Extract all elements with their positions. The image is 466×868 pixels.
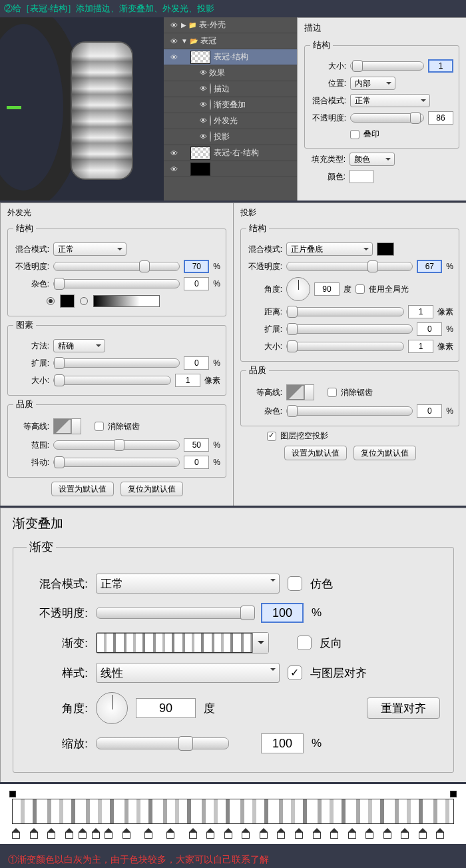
spread-input[interactable]	[417, 322, 442, 336]
angle-input[interactable]	[314, 282, 340, 296]
reset-align-button[interactable]: 重置对齐	[367, 697, 440, 719]
blend-select[interactable]: 正常	[350, 94, 430, 107]
overprint-checkbox[interactable]	[350, 130, 359, 139]
color-stop[interactable]	[330, 824, 338, 833]
color-stop[interactable]	[313, 824, 321, 833]
layer-row[interactable]: 表冠-右-结构	[164, 145, 297, 161]
blend-select[interactable]: 正片叠底	[286, 242, 373, 256]
blend-select[interactable]: 正常	[96, 574, 280, 594]
noise-input[interactable]	[417, 404, 442, 418]
visibility-icon[interactable]	[200, 100, 207, 109]
color-stop[interactable]	[383, 824, 391, 833]
fx-item[interactable]: 外发光	[164, 113, 297, 129]
dither-checkbox[interactable]	[288, 576, 302, 591]
blend-select[interactable]: 正常	[53, 242, 126, 256]
glow-gradient[interactable]	[93, 295, 160, 307]
visibility-icon[interactable]	[166, 149, 181, 158]
layer-row[interactable]: ▶ 📁表-外壳	[164, 17, 297, 33]
color-stop[interactable]	[295, 824, 303, 833]
size-input[interactable]	[428, 59, 453, 73]
spread-input[interactable]	[184, 356, 209, 370]
filltype-select[interactable]: 颜色	[350, 153, 395, 166]
color-stop[interactable]	[401, 824, 409, 833]
distance-input[interactable]	[408, 305, 433, 318]
scale-slider[interactable]	[96, 737, 229, 749]
set-default-button[interactable]: 设置为默认值	[51, 482, 114, 496]
color-stop[interactable]	[166, 824, 174, 833]
opacity-stop[interactable]	[450, 791, 457, 797]
size-slider[interactable]	[53, 376, 171, 385]
opacity-slider[interactable]	[286, 262, 413, 271]
noise-slider[interactable]	[53, 279, 180, 288]
color-stop[interactable]	[365, 824, 373, 833]
visibility-icon[interactable]	[200, 68, 207, 77]
global-light-checkbox[interactable]	[355, 284, 365, 294]
visibility-icon[interactable]	[200, 84, 207, 93]
color-stop[interactable]	[189, 824, 197, 833]
set-default-button[interactable]: 设置为默认值	[284, 446, 347, 460]
color-radio[interactable]	[47, 297, 55, 305]
reset-default-button[interactable]: 复位为默认值	[353, 446, 416, 460]
visibility-icon[interactable]	[166, 21, 181, 30]
reset-default-button[interactable]: 复位为默认值	[120, 482, 183, 496]
opacity-input[interactable]	[261, 603, 304, 623]
visibility-icon[interactable]	[166, 37, 181, 46]
noise-input[interactable]	[184, 277, 209, 290]
fx-row[interactable]: 效果	[164, 65, 297, 81]
opacity-stop[interactable]	[9, 791, 16, 797]
color-stop[interactable]	[206, 824, 214, 833]
gradient-radio[interactable]	[80, 297, 88, 305]
opacity-input[interactable]	[428, 111, 453, 125]
gradient-bar[interactable]	[12, 799, 454, 824]
size-slider[interactable]	[286, 342, 404, 351]
jitter-slider[interactable]	[53, 458, 180, 467]
fx-item[interactable]: 渐变叠加	[164, 97, 297, 113]
angle-input[interactable]	[136, 698, 196, 718]
color-stop[interactable]	[277, 824, 285, 833]
reverse-checkbox[interactable]	[297, 636, 312, 650]
spread-slider[interactable]	[53, 358, 180, 368]
glow-color-swatch[interactable]	[60, 294, 75, 308]
color-stop[interactable]	[348, 824, 356, 833]
fx-item[interactable]: 描边	[164, 81, 297, 97]
color-stop[interactable]	[12, 824, 20, 833]
color-swatch[interactable]	[350, 170, 373, 183]
color-stop[interactable]	[92, 824, 100, 833]
distance-slider[interactable]	[286, 307, 404, 316]
angle-dial[interactable]	[96, 692, 128, 724]
range-slider[interactable]	[53, 440, 180, 450]
color-stop[interactable]	[436, 824, 444, 833]
color-stop[interactable]	[47, 824, 55, 833]
antialias-checkbox[interactable]	[328, 388, 337, 397]
style-select[interactable]: 线性	[96, 663, 280, 683]
contour-picker[interactable]	[286, 384, 314, 400]
shadow-color-swatch[interactable]	[377, 242, 394, 256]
color-stop[interactable]	[30, 824, 38, 833]
color-stop[interactable]	[79, 824, 87, 833]
gradient-picker[interactable]	[96, 632, 269, 653]
color-stop[interactable]	[105, 824, 113, 833]
visibility-icon[interactable]	[200, 132, 207, 141]
color-stop[interactable]	[224, 824, 232, 833]
size-input[interactable]	[175, 374, 200, 387]
jitter-input[interactable]	[184, 456, 209, 469]
color-stop[interactable]	[122, 824, 130, 833]
layer-row-selected[interactable]: 表冠-结构	[164, 49, 297, 65]
fx-item[interactable]: 投影	[164, 129, 297, 145]
spread-slider[interactable]	[286, 324, 413, 334]
size-input[interactable]	[408, 340, 433, 353]
opacity-slider[interactable]	[350, 113, 424, 123]
method-select[interactable]: 精确	[53, 339, 105, 352]
antialias-checkbox[interactable]	[95, 422, 104, 431]
color-stop[interactable]	[419, 824, 427, 833]
scale-input[interactable]	[261, 733, 304, 753]
knockout-checkbox[interactable]	[267, 432, 276, 441]
color-stop[interactable]	[242, 824, 250, 833]
opacity-input[interactable]	[184, 260, 209, 273]
color-stop[interactable]	[260, 824, 268, 833]
position-select[interactable]: 内部	[350, 77, 395, 90]
size-slider[interactable]	[350, 61, 424, 71]
contour-picker[interactable]	[53, 418, 81, 434]
color-stop[interactable]	[65, 824, 73, 833]
opacity-slider[interactable]	[96, 607, 253, 619]
